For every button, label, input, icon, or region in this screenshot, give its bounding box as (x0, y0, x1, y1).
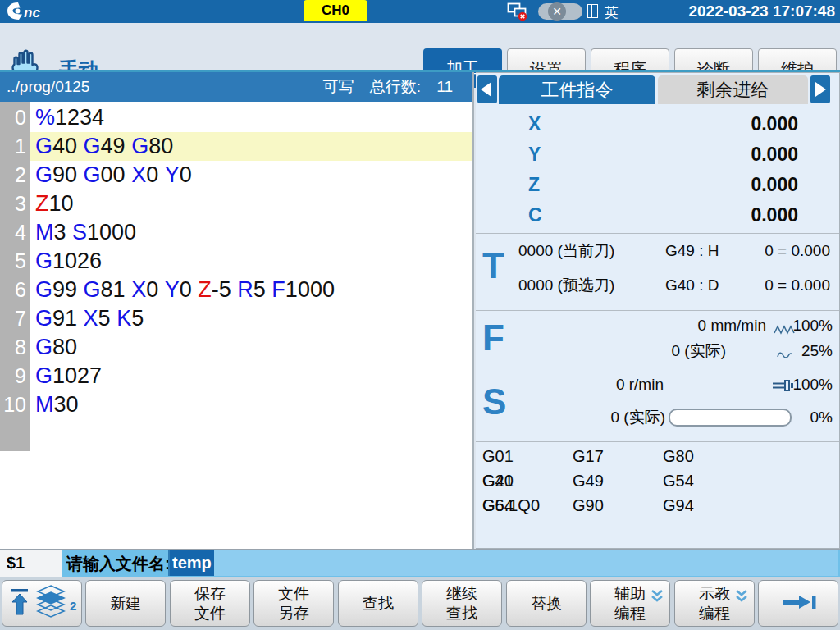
tool-comp-value: 0 = 0.000 (765, 275, 830, 296)
code-text: G99 G81 X0 Y0 Z-5 R5 F1000 (30, 276, 472, 304)
tool-row: 0000 (当前刀) G49 : H 0 = 0.000 (476, 240, 839, 262)
gcode-row: G64G90G94 (482, 493, 839, 518)
gcode-cell: G94 (663, 493, 753, 518)
menu-nav-button[interactable]: 2 (2, 580, 82, 627)
save-as-button[interactable]: 文件另存 (253, 580, 334, 627)
layers-icon (35, 584, 66, 623)
axis-row-c: C 0.000 (476, 200, 839, 231)
gcode-cell: G40 (482, 468, 573, 493)
editor-line[interactable]: 7G91 X5 K5 (0, 304, 472, 333)
channel-label: $1 (7, 554, 25, 573)
gcode-cell: G49 (573, 468, 663, 493)
gcode-cell: G90 (573, 493, 663, 518)
softkey-toolbar: 2 新建 保存文件 文件另存 查找 继续查找 替换 辅助编程 示教编程 (0, 577, 840, 630)
tool-label: (当前刀) (558, 242, 615, 259)
chevron-double-down-icon (650, 589, 664, 605)
editor-line[interactable]: 10M30 (0, 390, 472, 419)
program-editor[interactable]: 0%12341G40 G49 G802G90 G00 X0 Y03Z104M3 … (0, 102, 474, 549)
clock: 2022-03-23 17:07:48 (688, 2, 835, 21)
filename-prompt: 请输入文件名: (66, 553, 171, 575)
filename-input[interactable]: temp (168, 550, 838, 576)
gcode-cell: G54 (663, 468, 753, 493)
gcode-cell: G17 (573, 444, 663, 468)
save-file-button[interactable]: 保存文件 (170, 580, 250, 627)
editor-line[interactable]: 8G80 (0, 333, 472, 362)
spindle-row: 0 (实际) 0% (476, 407, 839, 430)
program-path: ../prog/0125 (7, 72, 89, 102)
line-number: 9 (0, 364, 30, 388)
editor-line[interactable]: 6G99 G81 X0 Y0 Z-5 R5 F1000 (0, 276, 472, 304)
spindle-unit: r/min (629, 376, 664, 393)
line-number: 6 (0, 278, 30, 302)
next-menu-button[interactable] (758, 580, 838, 627)
line-number: 7 (0, 307, 30, 331)
code-text: G80 (30, 333, 472, 362)
gcode-row: G01G17G80G21 (482, 444, 839, 468)
separator-line (476, 233, 839, 234)
line-number: 2 (0, 163, 30, 187)
feed-row: 0 (实际) 25% (476, 340, 839, 362)
spindle-actual-label: (实际) (623, 409, 665, 426)
axis-value: 0.000 (751, 109, 798, 139)
editor-line[interactable]: 3Z10 (0, 189, 472, 218)
feed-override-percent: 25% (783, 340, 833, 362)
code-text: G91 X5 K5 (30, 304, 472, 333)
feed-row: 0 mm/min 100% (476, 315, 839, 336)
editor-line[interactable]: 9G1027 (0, 362, 472, 390)
gcode-row: G40G49G54G5.1Q0 (482, 468, 839, 493)
code-text: G40 G49 G80 (30, 132, 472, 161)
code-text: %1234 (30, 103, 472, 132)
feed-actual-label: (实际) (684, 342, 726, 359)
new-file-button[interactable]: 新建 (85, 580, 166, 627)
mode-bar: 手动 加工 设置 程序 诊断 维护 (0, 23, 840, 70)
line-number: 3 (0, 192, 30, 216)
aux-programming-button[interactable]: 辅助编程 (590, 580, 670, 627)
chevron-double-down-icon (734, 589, 749, 605)
gcode-cell: G01 (482, 444, 573, 468)
jump-top-icon (9, 587, 30, 620)
tool-label: (预选刀) (558, 276, 615, 294)
tool-number: 0000 (518, 242, 553, 259)
arrow-bar-icon (779, 592, 817, 614)
teach-programming-button[interactable]: 示教编程 (674, 580, 755, 627)
status-bar: $1 请输入文件名: temp (0, 549, 840, 577)
axis-name: Y (528, 139, 541, 170)
input-close-toggle[interactable]: ✕ (538, 3, 582, 20)
line-number: 4 (0, 221, 30, 244)
network-error-icon[interactable] (507, 2, 528, 25)
ime-book-icon[interactable] (587, 4, 598, 18)
next-page-arrow[interactable] (810, 75, 830, 103)
feed-value: 0 (698, 317, 707, 334)
find-button[interactable]: 查找 (338, 580, 418, 627)
code-text: G1026 (30, 247, 472, 276)
find-next-button[interactable]: 继续查找 (422, 580, 502, 627)
editor-line[interactable]: 2G90 G00 X0 Y0 (0, 161, 472, 189)
axis-name: C (528, 200, 542, 231)
tab-workpiece-command[interactable]: 工件指令 (499, 75, 655, 104)
writable-label: 可写 (322, 78, 354, 95)
code-text: M30 (30, 390, 472, 419)
line-number: 5 (0, 249, 30, 273)
tool-number: 0000 (518, 276, 553, 294)
tab-remaining-feed[interactable]: 剩余进给 (658, 75, 808, 104)
editor-line[interactable]: 5G1026 (0, 247, 472, 276)
replace-button[interactable]: 替换 (506, 580, 587, 627)
editor-line[interactable]: 1G40 G49 G80 (0, 132, 472, 161)
close-icon: ✕ (548, 2, 566, 21)
tool-comp-value: 0 = 0.000 (765, 240, 830, 262)
selected-filename-text: temp (170, 550, 214, 576)
left-triangle-icon (481, 82, 491, 97)
gcode-cell: G80 (663, 444, 753, 468)
editor-line[interactable]: 0%1234 (0, 103, 472, 132)
language-indicator[interactable]: 英 (605, 3, 619, 22)
line-number: 0 (0, 106, 30, 130)
editor-line[interactable]: 4M3 S1000 (0, 218, 472, 247)
prev-page-arrow[interactable] (477, 75, 497, 103)
spindle-load-percent: 0% (783, 407, 833, 428)
gcode-cell: G64 (482, 493, 573, 518)
feed-unit: mm/min (710, 317, 766, 334)
code-text: M3 S1000 (30, 218, 472, 247)
channel-badge: CH0 (304, 0, 368, 21)
separator-line (476, 441, 839, 442)
svg-text:nc: nc (24, 5, 40, 21)
